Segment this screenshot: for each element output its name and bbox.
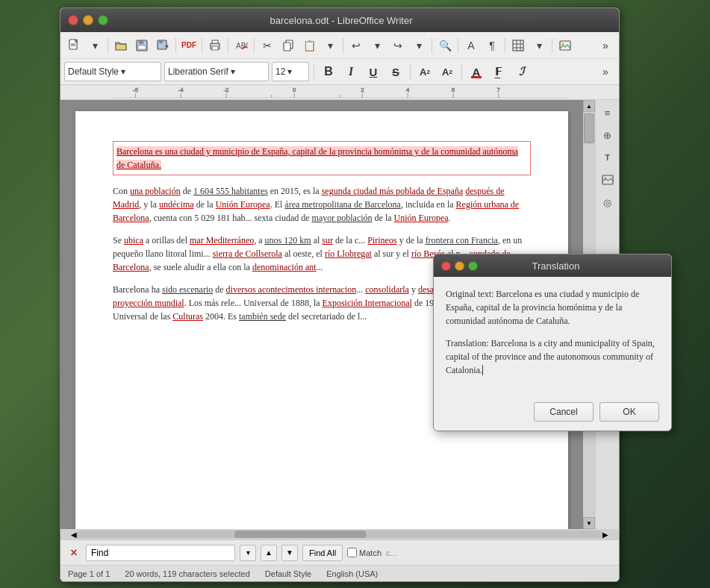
toolbar-image-btn[interactable] — [555, 36, 575, 55]
separator2 — [175, 38, 176, 53]
right-textsize-btn[interactable]: T — [598, 148, 617, 167]
find-prev-btn[interactable]: ▲ — [261, 545, 277, 561]
italic-f-button[interactable]: ℐ — [511, 62, 531, 81]
toolbar-undo-btn[interactable]: ↩ — [346, 36, 366, 55]
svg-text:4: 4 — [406, 87, 410, 93]
size-value: 12 — [275, 66, 285, 77]
highlight-button[interactable]: F̲ — [489, 62, 508, 81]
superscript-button[interactable]: A2 — [415, 62, 435, 81]
dialog-buttons: Cancel OK — [434, 396, 671, 431]
toolbar-spelcheck-btn[interactable]: ABC — [231, 36, 251, 55]
font-arrow: ▾ — [231, 66, 235, 77]
paragraph-2[interactable]: Con una población de 1 604 555 habitante… — [113, 184, 531, 225]
right-image-btn[interactable] — [598, 170, 617, 190]
title-bar: barcelona.odt - LibreOffice Writer — [60, 8, 619, 32]
dialog-title: Translation — [478, 260, 634, 272]
separator6 — [343, 38, 343, 53]
bold-button[interactable]: B — [319, 62, 338, 81]
svg-rect-13 — [284, 43, 290, 51]
find-all-btn[interactable]: Find All — [302, 545, 343, 561]
status-bar: Page 1 of 1 20 words, 119 characters sel… — [60, 565, 619, 581]
close-button[interactable] — [68, 15, 78, 25]
strikethrough-button[interactable]: S — [386, 62, 405, 81]
toolbar-area: ▾ — [60, 32, 619, 85]
size-arrow: ▾ — [287, 66, 292, 77]
find-input[interactable] — [86, 545, 235, 561]
toolbar-format-more-btn[interactable]: » — [596, 62, 615, 81]
underline-button[interactable]: U — [364, 62, 383, 81]
toolbar-redo-btn[interactable]: ↪ — [388, 36, 408, 55]
toolbar-para-btn[interactable]: ¶ — [482, 36, 502, 55]
dialog-content: Original text: Barcelona es una ciudad y… — [434, 277, 671, 396]
window-controls — [68, 15, 108, 25]
h-scroll-thumb[interactable] — [234, 531, 366, 538]
font-dropdown[interactable]: Liberation Serif ▾ — [164, 62, 269, 81]
italic-button[interactable]: I — [341, 62, 361, 81]
font-color-button[interactable]: A — [467, 62, 486, 81]
toolbar-dropdown-btn[interactable]: ▾ — [85, 36, 105, 55]
svg-text:2: 2 — [361, 87, 364, 93]
toolbar-redo-dropdown[interactable]: ▾ — [409, 36, 429, 55]
toolbar-save-btn[interactable] — [132, 36, 152, 55]
dialog-title-bar: Translation — [434, 254, 671, 277]
right-navigator-btn[interactable]: ⊕ — [598, 125, 617, 145]
toolbar-print-btn[interactable] — [205, 36, 225, 55]
scroll-right-arrow[interactable]: ▶ — [602, 531, 608, 539]
svg-text:6: 6 — [452, 87, 455, 93]
dialog-controls — [441, 261, 478, 271]
scroll-down-arrow[interactable]: ▼ — [583, 517, 595, 529]
dialog-minimize-button[interactable] — [455, 261, 464, 271]
toolbar-cut-btn[interactable]: ✂ — [258, 36, 277, 55]
size-dropdown[interactable]: 12 ▾ — [272, 62, 309, 81]
toolbar-paste-btn[interactable]: 📋 — [299, 36, 319, 55]
find-close-button[interactable]: × — [66, 545, 81, 560]
toolbar-open-btn[interactable] — [111, 36, 131, 55]
find-extra-label: c... — [386, 548, 397, 557]
right-settings-btn[interactable]: ◎ — [598, 193, 617, 212]
match-checkbox-area: Match — [347, 548, 382, 557]
fmt-separator3 — [461, 64, 462, 79]
toolbar-undo-dropdown[interactable]: ▾ — [367, 36, 387, 55]
svg-rect-7 — [159, 40, 163, 43]
paragraph-1[interactable]: Barcelona es una ciudad y municipio de E… — [113, 141, 531, 175]
scroll-up-arrow[interactable]: ▲ — [583, 100, 595, 112]
style-dropdown[interactable]: Default Style ▾ — [64, 62, 161, 81]
find-bar: × ▾ ▲ ▼ Find All Match c... — [60, 539, 619, 565]
right-styles-btn[interactable]: ≡ — [598, 103, 617, 122]
separator5 — [254, 38, 255, 53]
cancel-button[interactable]: Cancel — [534, 402, 594, 422]
style-value: Default Style — [68, 66, 119, 77]
find-next-btn[interactable]: ▼ — [281, 545, 298, 561]
minimize-button[interactable] — [83, 15, 93, 25]
ok-button[interactable]: OK — [600, 402, 659, 422]
font-value: Liberation Serif — [168, 66, 228, 77]
toolbar-pdf-btn[interactable]: PDF — [179, 36, 199, 55]
dialog-close-button[interactable] — [441, 261, 451, 271]
toolbar-table-dropdown[interactable]: ▾ — [529, 36, 549, 55]
scroll-thumb[interactable] — [584, 113, 594, 143]
svg-text:-4: -4 — [178, 87, 184, 93]
horizontal-scrollbar[interactable]: ◀ ▶ — [60, 529, 619, 539]
separator8 — [458, 38, 458, 53]
toolbar-copy-btn[interactable] — [278, 36, 298, 55]
subscript-button[interactable]: A2 — [437, 62, 457, 81]
toolbar-find-btn[interactable]: 🔍 — [435, 36, 455, 55]
svg-text:7: 7 — [497, 87, 501, 93]
svg-point-41 — [604, 178, 606, 180]
toolbar-more-btn[interactable]: » — [596, 36, 615, 55]
toolbar-saveas-btn[interactable] — [153, 36, 172, 55]
match-checkbox[interactable] — [347, 548, 357, 557]
toolbar-paste-dropdown[interactable]: ▾ — [320, 36, 340, 55]
match-label: Match — [359, 548, 382, 557]
style-arrow: ▾ — [121, 66, 125, 77]
separator9 — [505, 38, 505, 53]
scroll-left-arrow[interactable]: ◀ — [71, 531, 77, 539]
dialog-maximize-button[interactable] — [468, 261, 478, 271]
translation-label: Translation: — [446, 338, 491, 348]
find-dropdown-btn[interactable]: ▾ — [240, 545, 256, 561]
toolbar-charmap-btn[interactable]: A — [461, 36, 481, 55]
toolbar-new-btn[interactable] — [64, 36, 84, 55]
toolbar-table-btn[interactable] — [508, 36, 528, 55]
svg-rect-19 — [560, 41, 570, 50]
maximize-button[interactable] — [98, 15, 108, 25]
